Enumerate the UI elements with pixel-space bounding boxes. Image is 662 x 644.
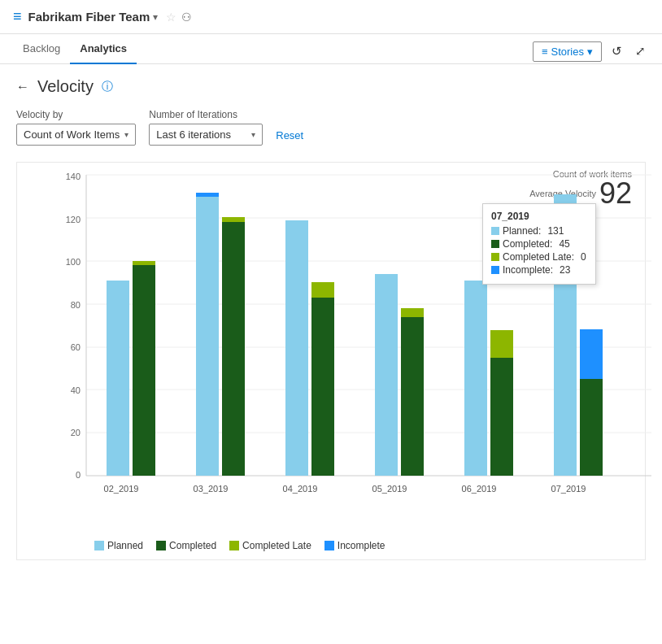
bar-05-completed <box>401 317 424 476</box>
x-label-02: 02_2019 <box>104 484 139 494</box>
velocity-by-chevron-icon: ▾ <box>124 130 128 139</box>
tooltip-completed-late-row: Completed Late: 0 <box>491 251 587 263</box>
reset-button[interactable]: Reset <box>276 125 303 146</box>
bar-02-planned <box>107 281 129 476</box>
filters: Velocity by Count of Work Items ▾ Number… <box>16 109 646 146</box>
tooltip-planned-color <box>491 227 499 235</box>
tooltip-completed-late-value: 0 <box>581 251 586 263</box>
refresh-button[interactable]: ↺ <box>608 41 625 62</box>
legend-planned-label: Planned <box>107 540 143 551</box>
x-label-07: 07_2019 <box>551 484 586 494</box>
legend-incomplete-label: Incomplete <box>338 540 385 551</box>
chart-legend: Planned Completed Completed Late Incompl… <box>94 540 385 551</box>
y-label-80: 80 <box>71 300 81 310</box>
bar-02-completed <box>133 265 155 476</box>
tooltip-completed-row: Completed: 45 <box>491 238 587 250</box>
chart-tooltip: 07_2019 Planned: 131 Completed: 45 Compl… <box>482 203 596 285</box>
bar-04-planned <box>285 220 308 476</box>
bar-05-planned <box>375 274 398 476</box>
tooltip-planned-value: 131 <box>547 225 564 237</box>
velocity-by-value: Count of Work Items <box>24 128 120 141</box>
bar-03-incomplete <box>196 193 219 197</box>
velocity-by-filter: Velocity by Count of Work Items ▾ <box>16 109 136 146</box>
iterations-filter: Number of Iterations Last 6 iterations ▾ <box>149 109 263 146</box>
y-label-120: 120 <box>66 215 81 224</box>
legend-planned-color <box>94 541 104 550</box>
stories-button[interactable]: ≡ Stories ▾ <box>533 41 602 62</box>
legend-planned: Planned <box>94 540 143 551</box>
velocity-by-select[interactable]: Count of Work Items ▾ <box>16 124 136 146</box>
tooltip-completed-label: Completed: <box>503 238 552 250</box>
y-label-0: 0 <box>76 470 81 480</box>
bar-03-completed <box>222 222 245 476</box>
header: ≡ Fabrikam Fiber Team ▾ ☆ ⚇ <box>0 0 662 34</box>
tooltip-incomplete-color <box>491 266 499 274</box>
bar-04-completed <box>311 298 334 476</box>
nav-tabs: Backlog Analytics ≡ Stories ▾ ↺ ⤢ <box>0 34 662 64</box>
tooltip-incomplete-value: 23 <box>560 264 570 276</box>
tab-analytics[interactable]: Analytics <box>70 34 137 64</box>
tooltip-incomplete-label: Incomplete: <box>503 264 553 276</box>
legend-completed-late: Completed Late <box>229 540 311 551</box>
bar-03-completed-late <box>222 217 245 222</box>
app-icon: ≡ <box>13 8 22 25</box>
chart-container: Count of work items Average Velocity 92 … <box>16 162 646 560</box>
tooltip-completed-value: 45 <box>559 238 569 250</box>
bar-07-incomplete <box>580 329 603 379</box>
y-label-20: 20 <box>71 428 81 437</box>
tooltip-completed-late-label: Completed Late: <box>503 251 574 263</box>
tooltip-incomplete-row: Incomplete: 23 <box>491 264 587 276</box>
y-label-40: 40 <box>71 385 81 395</box>
y-label-60: 60 <box>71 342 81 352</box>
tooltip-completed-late-color <box>491 253 499 261</box>
y-label-140: 140 <box>66 172 81 181</box>
main-content: ← Velocity ⓘ Velocity by Count of Work I… <box>0 64 662 573</box>
bar-05-completed-late <box>401 308 424 317</box>
bar-06-completed <box>490 358 513 476</box>
iterations-value: Last 6 iterations <box>156 128 231 141</box>
team-chevron-icon[interactable]: ▾ <box>153 11 158 23</box>
x-label-04: 04_2019 <box>283 484 318 494</box>
stories-chevron-icon: ▾ <box>587 46 593 58</box>
velocity-by-label: Velocity by <box>16 109 136 120</box>
tooltip-completed-color <box>491 240 499 248</box>
tab-backlog[interactable]: Backlog <box>13 34 70 64</box>
stories-icon: ≡ <box>542 46 548 58</box>
page-title: Velocity <box>37 77 94 96</box>
legend-completed-label: Completed <box>169 540 216 551</box>
tooltip-planned-label: Planned: <box>503 225 541 237</box>
top-right-controls: ≡ Stories ▾ ↺ ⤢ <box>533 41 649 62</box>
x-label-06: 06_2019 <box>462 484 497 494</box>
legend-incomplete-color <box>324 541 334 550</box>
team-name: Fabrikam Fiber Team <box>28 10 150 24</box>
back-arrow-icon[interactable]: ← <box>16 80 29 94</box>
favorite-icon[interactable]: ☆ <box>166 11 176 24</box>
bar-06-completed-late <box>490 330 513 358</box>
legend-completed-color <box>156 541 166 550</box>
bar-03-planned <box>196 197 219 476</box>
help-icon[interactable]: ⓘ <box>102 80 113 94</box>
iterations-label: Number of Iterations <box>149 109 263 120</box>
x-label-05: 05_2019 <box>372 484 407 494</box>
iterations-chevron-icon: ▾ <box>251 130 255 139</box>
stories-label: Stories <box>551 46 584 58</box>
tooltip-planned-row: Planned: 131 <box>491 225 587 237</box>
tooltip-sprint: 07_2019 <box>491 211 587 222</box>
bar-07-completed <box>580 379 603 476</box>
x-label-03: 03_2019 <box>194 484 229 494</box>
iterations-select[interactable]: Last 6 iterations ▾ <box>149 124 263 146</box>
legend-incomplete: Incomplete <box>324 540 385 551</box>
legend-completed: Completed <box>156 540 216 551</box>
page-header: ← Velocity ⓘ <box>16 77 646 96</box>
bar-04-completed-late <box>311 282 334 298</box>
y-label-100: 100 <box>66 257 81 267</box>
legend-completed-late-label: Completed Late <box>242 540 311 551</box>
expand-button[interactable]: ⤢ <box>632 41 649 62</box>
legend-completed-late-color <box>229 541 239 550</box>
bar-06-planned <box>464 281 487 476</box>
members-icon[interactable]: ⚇ <box>181 11 192 24</box>
bar-02-completed-late <box>133 261 155 265</box>
